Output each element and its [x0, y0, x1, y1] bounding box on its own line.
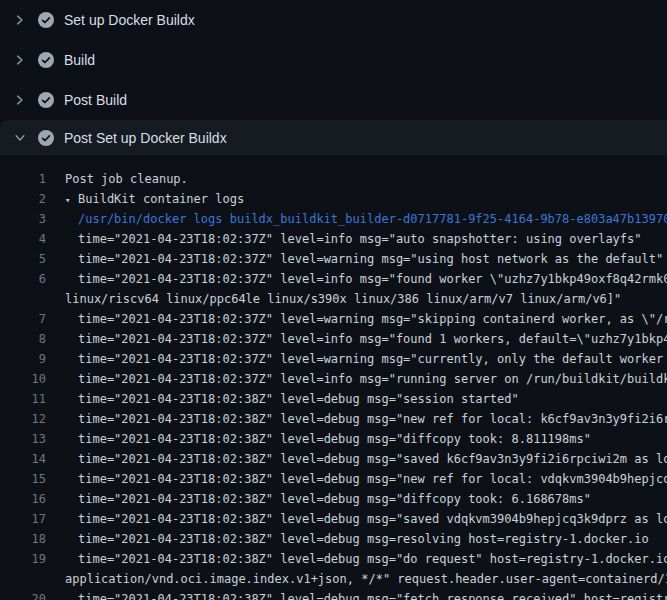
log-line-text: time="2021-04-23T18:02:38Z" level=debug …	[78, 489, 591, 509]
log-line-number[interactable]: 7	[0, 309, 46, 329]
log-line-number[interactable]: 4	[0, 229, 46, 249]
log-line: 13 time="2021-04-23T18:02:38Z" level=deb…	[0, 429, 667, 449]
log-line-text-content: time="2021-04-23T18:02:38Z" level=debug …	[78, 532, 649, 546]
log-line-number[interactable]: 5	[0, 249, 46, 269]
check-circle-icon	[38, 92, 54, 108]
log-line-text: time="2021-04-23T18:02:38Z" level=debug …	[78, 449, 667, 469]
log-line-number[interactable]: 13	[0, 429, 46, 449]
log-line-number[interactable]: 12	[0, 409, 46, 429]
log-line: 10 time="2021-04-23T18:02:37Z" level=inf…	[0, 369, 667, 389]
log-line: 2 ▾BuildKit container logs	[0, 189, 667, 209]
log-line: 4 time="2021-04-23T18:02:37Z" level=info…	[0, 229, 667, 249]
log-line-text-content: time="2021-04-23T18:02:38Z" level=debug …	[78, 452, 667, 466]
chevron-right-icon	[12, 12, 28, 28]
log-line: 6 time="2021-04-23T18:02:37Z" level=info…	[0, 269, 667, 289]
log-line-number[interactable]: 10	[0, 369, 46, 389]
log-line-text: time="2021-04-23T18:02:37Z" level=warnin…	[78, 309, 667, 329]
log-line-text: application/vnd.oci.image.index.v1+json,…	[65, 569, 667, 589]
check-circle-icon	[38, 12, 54, 28]
log-line-number[interactable]: 14	[0, 449, 46, 469]
check-circle-icon	[38, 52, 54, 68]
log-line-number[interactable]: 18	[0, 529, 46, 549]
log-line: 9 time="2021-04-23T18:02:37Z" level=warn…	[0, 349, 667, 369]
log-line: linux/riscv64 linux/ppc64le linux/s390x …	[0, 289, 667, 309]
log-line: 19 time="2021-04-23T18:02:38Z" level=deb…	[0, 549, 667, 569]
step-row-3[interactable]: Post Set up Docker Buildx	[0, 120, 667, 155]
log-line-text: time="2021-04-23T18:02:38Z" level=debug …	[78, 529, 649, 549]
chevron-down-icon	[12, 130, 28, 146]
log-line: 8 time="2021-04-23T18:02:37Z" level=info…	[0, 329, 667, 349]
log-line-text: time="2021-04-23T18:02:38Z" level=debug …	[78, 429, 591, 449]
log-line-number[interactable]: 9	[0, 349, 46, 369]
log-line-text-content: time="2021-04-23T18:02:37Z" level=info m…	[78, 372, 667, 386]
log-line: 15 time="2021-04-23T18:02:38Z" level=deb…	[0, 469, 667, 489]
log-line: 12 time="2021-04-23T18:02:38Z" level=deb…	[0, 409, 667, 429]
log-line: 5 time="2021-04-23T18:02:37Z" level=warn…	[0, 249, 667, 269]
log-line-text-content: time="2021-04-23T18:02:37Z" level=warnin…	[78, 312, 667, 326]
log-line: 11 time="2021-04-23T18:02:38Z" level=deb…	[0, 389, 667, 409]
log-line-text: time="2021-04-23T18:02:38Z" level=debug …	[78, 469, 667, 489]
log-line-text-content: time="2021-04-23T18:02:38Z" level=debug …	[78, 472, 667, 486]
chevron-right-icon	[12, 92, 28, 108]
log-line: 7 time="2021-04-23T18:02:37Z" level=warn…	[0, 309, 667, 329]
log-line-text-content: time="2021-04-23T18:02:37Z" level=info m…	[78, 332, 667, 346]
group-collapse-triangle-icon[interactable]: ▾	[65, 190, 78, 210]
log-line-number[interactable]: 1	[0, 169, 46, 189]
step-label: Post Build	[64, 90, 127, 110]
log-line-text-content: application/vnd.oci.image.index.v1+json,…	[65, 572, 667, 586]
log-line: application/vnd.oci.image.index.v1+json,…	[0, 569, 667, 589]
step-row-0[interactable]: Set up Docker Buildx	[0, 0, 667, 40]
log-line-text-content: time="2021-04-23T18:02:38Z" level=debug …	[78, 512, 667, 526]
log-line-text-content: BuildKit container logs	[78, 192, 244, 206]
log-line-text: time="2021-04-23T18:02:38Z" level=debug …	[78, 409, 667, 429]
log-line-number[interactable]: 11	[0, 389, 46, 409]
log-line-text: time="2021-04-23T18:02:37Z" level=warnin…	[78, 249, 663, 269]
log-line-number[interactable]: 3	[0, 209, 46, 229]
log-line-text-content: time="2021-04-23T18:02:38Z" level=debug …	[78, 432, 591, 446]
log-line-text: time="2021-04-23T18:02:38Z" level=debug …	[78, 389, 519, 409]
actions-log-panel: Set up Docker Buildx Build Post Buil	[0, 0, 667, 600]
log-line: 18 time="2021-04-23T18:02:38Z" level=deb…	[0, 529, 667, 549]
log-line-text-content: time="2021-04-23T18:02:37Z" level=info m…	[78, 272, 667, 286]
log-line-number[interactable]: 17	[0, 509, 46, 529]
log-line-text-content: time="2021-04-23T18:02:38Z" level=debug …	[78, 412, 667, 426]
log-line-text-content: time="2021-04-23T18:02:37Z" level=warnin…	[78, 252, 663, 266]
log-line-text-content: time="2021-04-23T18:02:38Z" level=debug …	[78, 492, 591, 506]
check-circle-icon	[38, 130, 54, 146]
log-group-toggle[interactable]: ▾BuildKit container logs	[65, 189, 244, 210]
log-line: 1 Post job cleanup.	[0, 169, 667, 189]
step-row-2[interactable]: Post Build	[0, 80, 667, 120]
log-line-text: time="2021-04-23T18:02:38Z" level=debug …	[78, 509, 667, 529]
step-label: Build	[64, 50, 95, 70]
log-line-text: time="2021-04-23T18:02:37Z" level=info m…	[78, 269, 667, 289]
log-line-text: time="2021-04-23T18:02:37Z" level=warnin…	[78, 349, 667, 369]
log-line: 3 /usr/bin/docker logs buildx_buildkit_b…	[0, 209, 667, 229]
log-line-text-content: /usr/bin/docker logs buildx_buildkit_bui…	[78, 212, 667, 226]
log-line: 17 time="2021-04-23T18:02:38Z" level=deb…	[0, 509, 667, 529]
log-line-text: linux/riscv64 linux/ppc64le linux/s390x …	[65, 289, 621, 309]
log-line-text-content: time="2021-04-23T18:02:37Z" level=warnin…	[78, 352, 667, 366]
log-line-number[interactable]: 6	[0, 269, 46, 289]
log-line: 14 time="2021-04-23T18:02:38Z" level=deb…	[0, 449, 667, 469]
log-line-text-content: time="2021-04-23T18:02:37Z" level=info m…	[78, 232, 642, 246]
log-line-number[interactable]: 16	[0, 489, 46, 509]
log-line-number[interactable]: 8	[0, 329, 46, 349]
steps-list: Set up Docker Buildx Build Post Buil	[0, 0, 667, 155]
step-row-1[interactable]: Build	[0, 40, 667, 80]
log-line-text-content: time="2021-04-23T18:02:38Z" level=debug …	[78, 592, 667, 600]
log-line-text: time="2021-04-23T18:02:38Z" level=debug …	[78, 549, 667, 569]
log-line-text: time="2021-04-23T18:02:37Z" level=info m…	[78, 369, 667, 389]
log-line-number[interactable]: 20	[0, 589, 46, 600]
log-line-number[interactable]: 2	[0, 189, 46, 209]
log-area: 1 Post job cleanup. 2 ▾BuildKit containe…	[0, 155, 667, 600]
log-line: 20 time="2021-04-23T18:02:38Z" level=deb…	[0, 589, 667, 600]
log-line-text: time="2021-04-23T18:02:37Z" level=info m…	[78, 329, 667, 349]
log-line-text-content: time="2021-04-23T18:02:38Z" level=debug …	[78, 552, 667, 566]
log-line-number[interactable]: 15	[0, 469, 46, 489]
log-line-text: time="2021-04-23T18:02:38Z" level=debug …	[78, 589, 667, 600]
log-line-text-content: time="2021-04-23T18:02:38Z" level=debug …	[78, 392, 519, 406]
step-label: Post Set up Docker Buildx	[64, 128, 227, 148]
log-line: 16 time="2021-04-23T18:02:38Z" level=deb…	[0, 489, 667, 509]
log-line-text-content: Post job cleanup.	[65, 172, 188, 186]
log-line-number[interactable]: 19	[0, 549, 46, 569]
